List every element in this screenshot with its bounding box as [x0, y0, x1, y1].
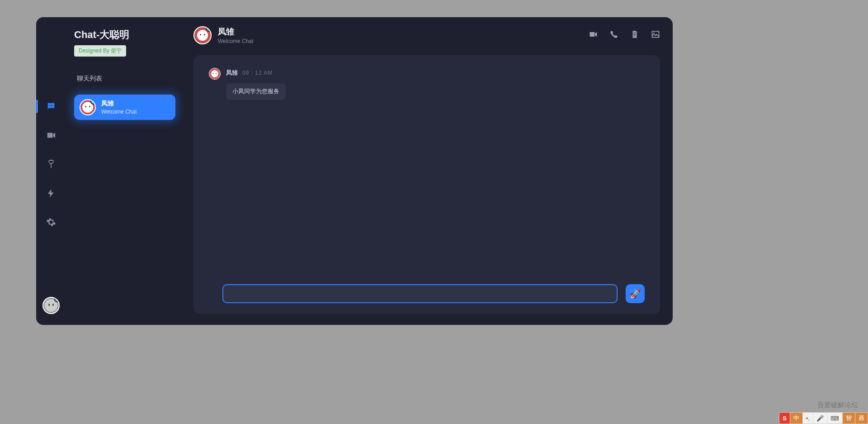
image-button[interactable] — [651, 30, 660, 41]
header-subtitle: Welcome Chat — [218, 38, 582, 44]
avatar — [193, 26, 212, 44]
current-user-avatar[interactable] — [42, 297, 60, 314]
nav-settings[interactable] — [36, 214, 66, 230]
chat-panel: 凤雏 09：12 AM 小凤同学为您服务 🚀 — [193, 55, 660, 314]
main-area: 凤雏 Welcome Chat — [184, 17, 673, 325]
nav-broadcast[interactable] — [36, 157, 66, 172]
rocket-icon: 🚀 — [630, 288, 641, 299]
chat-header: 凤雏 Welcome Chat — [193, 26, 660, 44]
conversation-item[interactable]: 凤雏 Welcome Chat — [74, 95, 175, 120]
send-button[interactable]: 🚀 — [626, 284, 645, 303]
avatar — [42, 297, 60, 314]
chat-icon — [46, 101, 56, 111]
designer-badge: Designed By 柴宁 — [74, 45, 126, 57]
ime-tool[interactable]: 器 — [855, 413, 868, 424]
conversation-name: 凤雏 — [101, 100, 137, 108]
ime-logo[interactable]: S — [779, 413, 790, 424]
avatar — [209, 68, 221, 80]
message-input[interactable] — [222, 284, 618, 303]
app-window: Chat-大聪明 Designed By 柴宁 聊天列表 凤雏 Welcome … — [36, 17, 673, 325]
ime-punct[interactable]: •, — [802, 413, 813, 424]
nav-flash[interactable] — [36, 186, 66, 201]
phone-icon — [609, 30, 618, 39]
header-actions — [589, 30, 660, 41]
watermark: 吾爱破解论坛 — [817, 401, 858, 410]
svg-point-3 — [653, 33, 655, 34]
ime-mode[interactable]: 中 — [790, 413, 802, 424]
video-call-button[interactable] — [589, 30, 598, 41]
file-button[interactable] — [630, 30, 639, 41]
gear-icon — [46, 217, 56, 227]
status-online-dot — [90, 99, 96, 105]
conversation-list-heading: 聊天列表 — [74, 75, 175, 83]
ime-sym[interactable]: 智 — [842, 413, 855, 424]
header-info: 凤雏 Welcome Chat — [218, 26, 582, 44]
message-time: 09：12 AM — [242, 69, 273, 77]
nav-video[interactable] — [36, 128, 66, 143]
message-meta: 凤雏 09：12 AM — [226, 69, 286, 77]
status-online-dot — [206, 26, 212, 32]
bolt-icon — [46, 188, 56, 198]
header-name: 凤雏 — [218, 26, 582, 37]
ime-toolbar[interactable]: S 中 •, 🎤 ⌨ 智 器 — [779, 412, 868, 424]
message-sender: 凤雏 — [226, 69, 238, 77]
conversation-subtitle: Welcome Chat — [101, 109, 137, 115]
status-online-dot — [54, 297, 60, 302]
svg-point-2 — [52, 105, 53, 106]
video-icon — [589, 30, 598, 39]
conversation-text: 凤雏 Welcome Chat — [101, 100, 137, 115]
image-icon — [651, 30, 660, 39]
nav-rail — [36, 17, 66, 325]
nav-chat[interactable] — [36, 99, 66, 114]
ime-mic[interactable]: 🎤 — [813, 413, 827, 424]
avatar — [80, 99, 96, 115]
ime-keyboard[interactable]: ⌨ — [827, 413, 842, 424]
antenna-icon — [46, 159, 56, 169]
input-row: 🚀 — [209, 276, 645, 303]
svg-point-1 — [51, 105, 52, 106]
video-icon — [46, 130, 56, 140]
message-bubble: 小凤同学为您服务 — [226, 83, 286, 100]
voice-call-button[interactable] — [609, 30, 618, 41]
message-body: 凤雏 09：12 AM 小凤同学为您服务 — [226, 68, 286, 100]
svg-point-0 — [49, 105, 50, 106]
app-title: Chat-大聪明 — [74, 28, 175, 42]
message-row: 凤雏 09：12 AM 小凤同学为您服务 — [209, 68, 645, 100]
file-icon — [630, 30, 639, 39]
sidebar: Chat-大聪明 Designed By 柴宁 聊天列表 凤雏 Welcome … — [66, 17, 184, 325]
